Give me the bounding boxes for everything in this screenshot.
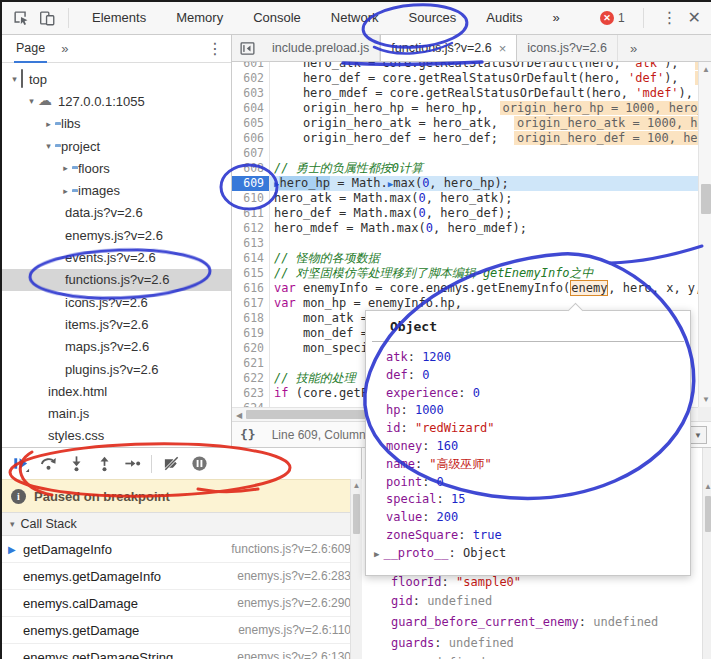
scroll-down-icon[interactable]: ▼ xyxy=(699,395,711,404)
gutter-line-616[interactable]: 616 xyxy=(232,281,269,296)
navigator-overflow[interactable]: » xyxy=(61,41,68,56)
tree-item-images[interactable]: ▸images xyxy=(2,179,231,201)
tree-item-floors[interactable]: ▸floors xyxy=(2,157,231,179)
chevron-down-icon[interactable]: ▼ xyxy=(689,426,707,444)
scope-panel-scrollbar[interactable]: ▲ xyxy=(702,448,711,659)
code-line-616[interactable]: var enemyInfo = core.enemys.getEnemyInfo… xyxy=(274,281,698,296)
gutter-line-614[interactable]: 614 xyxy=(232,251,269,266)
toolbar-tab-audits[interactable]: Audits xyxy=(471,2,537,34)
scroll-left-icon[interactable]: ◀ xyxy=(234,411,244,420)
code-line-611[interactable]: hero_def = Math.max(0, hero_def); xyxy=(274,206,698,221)
chevron-right-icon[interactable]: ▸ xyxy=(59,186,72,196)
step-button[interactable] xyxy=(118,451,146,477)
gutter-line-605[interactable]: 605 xyxy=(232,116,269,131)
code-line-605[interactable]: origin_hero_atk = hero_atk,origin_hero_a… xyxy=(274,116,698,131)
gutter-line-609[interactable]: 609 xyxy=(232,176,269,191)
popup-property-proto[interactable]: ▶__proto__: Object xyxy=(386,545,690,564)
scope-variable-guard-before-current-enemy[interactable]: guard_before_current_enemy: undefined xyxy=(391,614,658,630)
gutter-line-620[interactable]: 620 xyxy=(232,341,269,356)
scroll-up-icon[interactable]: ▲ xyxy=(699,65,711,74)
gutter-line-610[interactable]: 610 xyxy=(232,191,269,206)
scope-variable-gx[interactable]: gx: undefined xyxy=(391,655,485,659)
tree-item-styles-css[interactable]: styles.css xyxy=(2,425,231,447)
error-badge[interactable]: ✕ 1 xyxy=(600,11,625,25)
code-line-609[interactable]: ▶hero_hp = Math.▶max(0, hero_hp); xyxy=(274,176,698,191)
code-line-603[interactable]: hero_mdef = core.getRealStatusOrDefault(… xyxy=(274,86,698,101)
device-toolbar-icon[interactable] xyxy=(34,6,60,30)
code-line-613[interactable] xyxy=(274,236,698,251)
tree-item-data-js-v-2-6[interactable]: data.js?v=2.6 xyxy=(2,202,231,224)
gutter-line-621[interactable]: 621 xyxy=(232,356,269,371)
popup-property-point[interactable]: point: 0 xyxy=(386,474,690,492)
chevron-down-icon[interactable]: ▾ xyxy=(42,141,55,151)
gutter-line-607[interactable]: 607 xyxy=(232,146,269,161)
gutter-line-611[interactable]: 611 xyxy=(232,206,269,221)
navigator-kebab-icon[interactable]: ⋮ xyxy=(207,41,223,57)
scroll-up-icon[interactable]: ▲ xyxy=(703,482,711,491)
navigator-toggle-icon[interactable] xyxy=(232,35,262,61)
tree-item-project[interactable]: ▾project xyxy=(2,135,231,157)
debugger-panel-scrollbar[interactable]: ▲ xyxy=(350,479,362,659)
gutter-line-601[interactable]: 601 xyxy=(232,62,269,71)
tree-item-main-js[interactable]: main.js xyxy=(2,402,231,424)
gutter-line-602[interactable]: 602 xyxy=(232,71,269,86)
popup-property-hp[interactable]: hp: 1000 xyxy=(386,402,690,420)
kebab-menu-icon[interactable]: ⋮ xyxy=(662,10,678,26)
tree-item-127-0-0-1-1055[interactable]: ▾☁127.0.0.1:1055 xyxy=(2,90,231,112)
step-over-button[interactable] xyxy=(34,451,62,477)
pause-on-exceptions-button[interactable] xyxy=(185,451,213,477)
gutter-line-606[interactable]: 606 xyxy=(232,131,269,146)
tree-item-index-html[interactable]: index.html xyxy=(2,380,231,402)
chevron-down-icon[interactable]: ▾ xyxy=(10,519,15,529)
close-icon[interactable]: ✕ xyxy=(688,10,701,26)
scrollbar-thumb[interactable] xyxy=(701,184,711,214)
scope-variable-gid[interactable]: gid: undefined xyxy=(391,593,492,609)
gutter-line-603[interactable]: 603 xyxy=(232,86,269,101)
gutter-line-617[interactable]: 617 xyxy=(232,296,269,311)
toolbar-tab-console[interactable]: Console xyxy=(238,2,316,34)
call-stack-frame-enemys-getdamage[interactable]: enemys.getDamageenemys.js?v=2.6:110 xyxy=(2,617,361,644)
call-stack-frame-enemys-caldamage[interactable]: enemys.calDamageenemys.js?v=2.6:290 xyxy=(2,590,361,617)
code-line-612[interactable]: hero_mdef = Math.max(0, hero_mdef); xyxy=(274,221,698,236)
toolbar-tab-elements[interactable]: Elements xyxy=(77,2,161,34)
popup-property-special[interactable]: special: 15 xyxy=(386,491,690,509)
chevron-down-icon[interactable]: ▾ xyxy=(25,96,38,106)
tab-page[interactable]: Page xyxy=(14,35,47,63)
code-line-615[interactable]: // 对坚固模仿等处理移到了脚本编辑-getEnemyInfo之中 xyxy=(274,266,698,281)
code-line-602[interactable]: hero_def = core.getRealStatusOrDefault(h… xyxy=(274,71,698,86)
scroll-up-icon[interactable]: ▲ xyxy=(351,481,362,490)
chevron-down-icon[interactable]: ▾ xyxy=(8,74,21,84)
tree-item-enemys-js-v-2-6[interactable]: enemys.js?v=2.6 xyxy=(2,224,231,246)
popup-property-def[interactable]: def: 0 xyxy=(386,367,690,385)
editor-tabs-overflow[interactable]: » xyxy=(618,35,649,61)
step-out-button[interactable] xyxy=(90,451,118,477)
scrollbar-thumb[interactable] xyxy=(705,496,711,532)
scrollbar-thumb[interactable] xyxy=(353,494,360,534)
toolbar-tab-memory[interactable]: Memory xyxy=(161,2,238,34)
popup-property-experience[interactable]: experience: 0 xyxy=(386,385,690,403)
popup-property-atk[interactable]: atk: 1200 xyxy=(386,349,690,367)
code-line-617[interactable]: var mon_hp = enemyInfo.hp, xyxy=(274,296,698,311)
call-stack-header[interactable]: ▾ Call Stack xyxy=(2,512,361,536)
toolbar-tab-sources[interactable]: Sources xyxy=(394,2,472,34)
pretty-print-icon[interactable]: {} xyxy=(240,427,256,442)
editor-tab-include-preload-js[interactable]: include.preload.js xyxy=(262,35,380,61)
popup-property-name[interactable]: name: "高级巫师" xyxy=(386,456,690,474)
deactivate-breakpoints-button[interactable] xyxy=(157,451,185,477)
popup-property-zonesquare[interactable]: zoneSquare: true xyxy=(386,527,690,545)
call-stack-frame-enemys-getdamagestring[interactable]: enemys.getDamageStringenemys.js?v=2.6:13… xyxy=(2,644,361,659)
tree-item-functions-js-v-2-6[interactable]: functions.js?v=2.6 xyxy=(2,269,231,291)
popup-property-value[interactable]: value: 200 xyxy=(386,509,690,527)
scope-variable-floorid[interactable]: floorId: "sample0" xyxy=(391,574,521,590)
tree-item-plugins-js-v-2-6[interactable]: plugins.js?v=2.6 xyxy=(2,358,231,380)
step-into-button[interactable] xyxy=(62,451,90,477)
scope-variable-guards[interactable]: guards: undefined xyxy=(391,635,514,651)
code-line-610[interactable]: hero_atk = Math.max(0, hero_atk); xyxy=(274,191,698,206)
code-line-608[interactable]: // 勇士的负属性都按0计算 xyxy=(274,161,698,176)
popup-property-id[interactable]: id: "redWizard" xyxy=(386,420,690,438)
editor-tab-functions-js-v-2-6[interactable]: functions.js?v=2.6× xyxy=(380,35,517,61)
toolbar-tab-network[interactable]: Network xyxy=(316,2,394,34)
gutter-line-613[interactable]: 613 xyxy=(232,236,269,251)
editor-vertical-scrollbar[interactable]: ▲ ▼ xyxy=(698,62,711,407)
gutter-line-622[interactable]: 622 xyxy=(232,371,269,386)
